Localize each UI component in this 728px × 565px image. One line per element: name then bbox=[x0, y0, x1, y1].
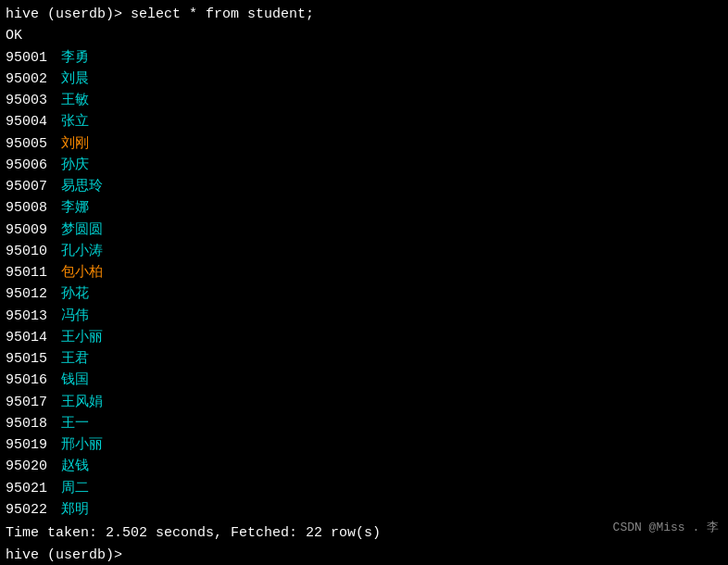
row-name: 冯伟 bbox=[61, 308, 89, 324]
row-name: 包小柏 bbox=[61, 265, 103, 281]
row-name: 梦圆圆 bbox=[61, 222, 103, 238]
row-id: 95009 bbox=[6, 220, 61, 241]
row-name: 刘刚 bbox=[61, 136, 89, 152]
row-id: 95017 bbox=[6, 392, 61, 413]
table-row: 95020赵钱 bbox=[6, 456, 722, 477]
table-row: 95021周二 bbox=[6, 478, 722, 499]
row-id: 95003 bbox=[6, 90, 61, 111]
row-name: 郑明 bbox=[61, 502, 89, 518]
row-id: 95010 bbox=[6, 241, 61, 262]
row-id: 95012 bbox=[6, 283, 61, 305]
table-row: 95009梦圆圆 bbox=[6, 220, 722, 241]
table-row: 95011包小柏 bbox=[6, 262, 722, 283]
row-id: 95015 bbox=[6, 348, 61, 370]
table-row: 95007易思玲 bbox=[6, 176, 722, 197]
row-name: 王一 bbox=[61, 416, 89, 432]
row-id: 95016 bbox=[6, 370, 61, 391]
row-id: 95019 bbox=[6, 434, 61, 456]
table-row: 95008李娜 bbox=[6, 197, 722, 219]
row-name: 钱国 bbox=[61, 372, 89, 388]
table-row: 95010孔小涛 bbox=[6, 241, 722, 262]
table-row: 95018王一 bbox=[6, 413, 722, 434]
table-row: 95022郑明 bbox=[6, 499, 722, 521]
table-row: 95005刘刚 bbox=[6, 133, 722, 155]
row-id: 95006 bbox=[6, 155, 61, 176]
row-id: 95022 bbox=[6, 499, 61, 521]
table-row: 95019邢小丽 bbox=[6, 434, 722, 456]
row-name: 王风娟 bbox=[61, 395, 103, 410]
row-id: 95002 bbox=[6, 69, 61, 90]
table-row: 95001李勇 bbox=[6, 47, 722, 69]
table-row: 95006孙庆 bbox=[6, 155, 722, 176]
table-row: 95015王君 bbox=[6, 348, 722, 370]
row-name: 邢小丽 bbox=[61, 437, 103, 453]
row-name: 孙花 bbox=[61, 286, 89, 302]
row-id: 95013 bbox=[6, 306, 61, 327]
row-name: 李勇 bbox=[61, 50, 89, 66]
cursor-prompt[interactable]: hive (userdb)> bbox=[6, 545, 722, 565]
row-id: 95008 bbox=[6, 197, 61, 219]
table-row: 95013冯伟 bbox=[6, 306, 722, 327]
row-name: 张立 bbox=[61, 114, 89, 130]
row-id: 95001 bbox=[6, 47, 61, 69]
row-name: 刘晨 bbox=[61, 71, 89, 87]
row-id: 95014 bbox=[6, 327, 61, 348]
ok-status: OK bbox=[6, 25, 722, 46]
table-row: 95002刘晨 bbox=[6, 69, 722, 90]
results-table: 95001李勇95002刘晨95003王敏95004张立95005刘刚95006… bbox=[6, 47, 722, 521]
table-row: 95012孙花 bbox=[6, 283, 722, 305]
row-id: 95020 bbox=[6, 456, 61, 477]
row-id: 95004 bbox=[6, 111, 61, 132]
row-name: 易思玲 bbox=[61, 179, 103, 195]
watermark: CSDN @Miss . 李 bbox=[613, 519, 719, 535]
table-row: 95003王敏 bbox=[6, 90, 722, 111]
table-row: 95014王小丽 bbox=[6, 327, 722, 348]
row-name: 赵钱 bbox=[61, 458, 89, 474]
table-row: 95016钱国 bbox=[6, 370, 722, 391]
row-id: 95007 bbox=[6, 176, 61, 197]
table-row: 95004张立 bbox=[6, 111, 722, 132]
row-name: 周二 bbox=[61, 481, 89, 496]
row-id: 95011 bbox=[6, 262, 61, 283]
command-prompt: hive (userdb)> select * from student; bbox=[6, 4, 722, 25]
row-name: 王小丽 bbox=[61, 330, 103, 345]
row-id: 95005 bbox=[6, 133, 61, 155]
terminal-container: hive (userdb)> select * from student; OK… bbox=[6, 4, 722, 565]
row-id: 95018 bbox=[6, 413, 61, 434]
row-name: 孙庆 bbox=[61, 157, 89, 173]
row-id: 95021 bbox=[6, 478, 61, 499]
row-name: 王敏 bbox=[61, 93, 89, 108]
row-name: 王君 bbox=[61, 351, 89, 367]
row-name: 孔小涛 bbox=[61, 244, 103, 259]
table-row: 95017王风娟 bbox=[6, 392, 722, 413]
row-name: 李娜 bbox=[61, 200, 89, 216]
